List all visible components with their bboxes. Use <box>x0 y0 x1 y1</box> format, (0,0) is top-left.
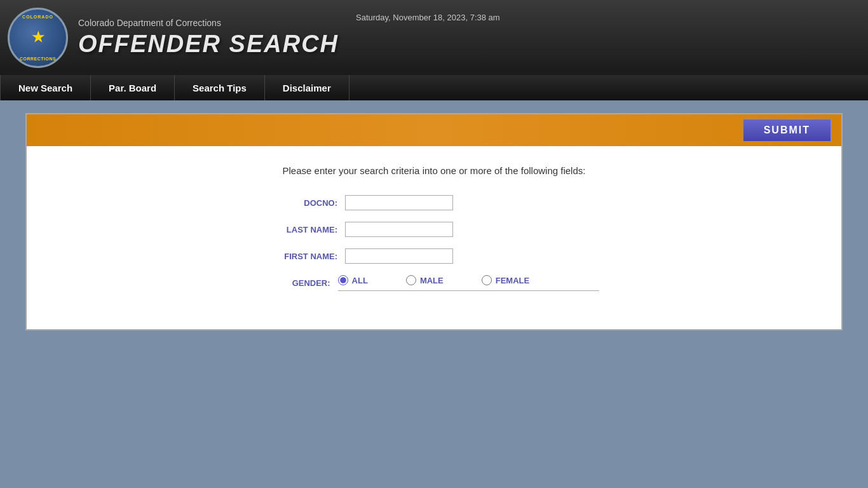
gender-all-radio[interactable] <box>338 275 348 285</box>
badge-bottom-text: CORRECTIONS <box>20 57 56 61</box>
gender-male-label[interactable]: MALE <box>420 276 444 285</box>
gender-female-option[interactable]: FEMALE <box>482 275 529 285</box>
navigation-bar: New Search Par. Board Search Tips Discla… <box>0 75 868 100</box>
gender-female-label[interactable]: FEMALE <box>496 276 529 285</box>
gender-female-radio[interactable] <box>482 275 492 285</box>
submit-button[interactable]: SUBMIT <box>743 119 831 142</box>
logo-area: COLORADO CORRECTIONS <box>8 8 68 68</box>
gender-row: GENDER: ALL MALE FEMALE <box>269 275 599 291</box>
gender-label: GENDER: <box>269 278 338 288</box>
firstname-label: FIRST NAME: <box>269 252 345 261</box>
panel-header: SUBMIT <box>27 114 841 146</box>
lastname-label: LAST NAME: <box>269 225 345 234</box>
nav-new-search[interactable]: New Search <box>0 75 91 100</box>
firstname-input[interactable] <box>345 248 453 264</box>
main-content: SUBMIT Please enter your search criteria… <box>0 100 868 343</box>
lastname-row: LAST NAME: <box>269 222 599 237</box>
nav-par-board[interactable]: Par. Board <box>91 75 175 100</box>
gender-all-option[interactable]: ALL <box>338 275 368 285</box>
app-title: OFFENDER SEARCH <box>78 30 339 58</box>
gender-all-label[interactable]: ALL <box>352 276 368 285</box>
gender-male-radio[interactable] <box>406 275 416 285</box>
nav-disclaimer[interactable]: Disclaimer <box>265 75 349 100</box>
lastname-input[interactable] <box>345 222 453 237</box>
header-text: Colorado Department of Corrections OFFEN… <box>78 18 339 58</box>
panel-body: Please enter your search criteria into o… <box>27 146 841 329</box>
docno-label: DOCNO: <box>269 198 345 208</box>
instructions-text: Please enter your search criteria into o… <box>283 165 586 176</box>
gender-male-option[interactable]: MALE <box>406 275 444 285</box>
badge-top-text: COLORADO <box>22 15 53 19</box>
firstname-row: FIRST NAME: <box>269 248 599 264</box>
docno-row: DOCNO: <box>269 195 599 210</box>
gender-options: ALL MALE FEMALE <box>338 275 599 291</box>
docno-input[interactable] <box>345 195 453 210</box>
nav-search-tips[interactable]: Search Tips <box>175 75 265 100</box>
agency-logo: COLORADO CORRECTIONS <box>8 8 68 68</box>
department-name: Colorado Department of Corrections <box>78 18 339 28</box>
search-panel: SUBMIT Please enter your search criteria… <box>25 113 843 330</box>
datetime-display: Saturday, November 18, 2023, 7:38 am <box>356 13 500 22</box>
page-header: COLORADO CORRECTIONS Colorado Department… <box>0 0 868 75</box>
search-form: DOCNO: LAST NAME: FIRST NAME: GENDER: <box>269 195 599 291</box>
